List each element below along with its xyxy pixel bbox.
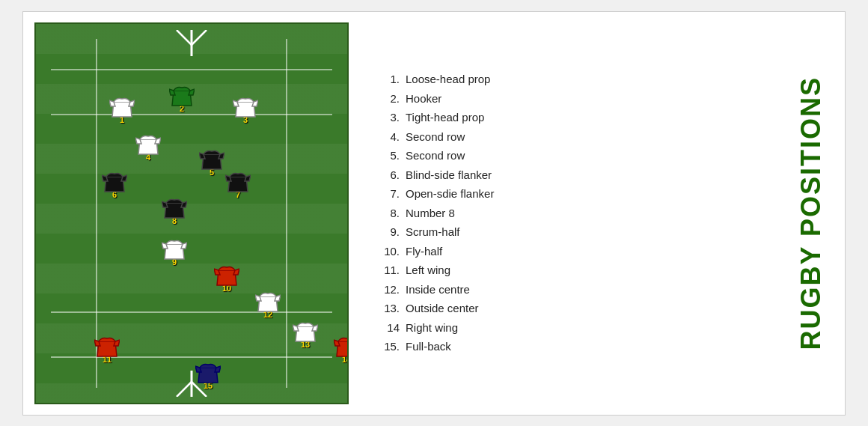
player-4: 4 [135,133,161,162]
player-shirt [169,85,195,107]
position-number: 5. [379,146,400,165]
field-line [51,311,332,313]
player-15: 15 [195,362,221,390]
position-item: 2.Hooker [379,89,759,109]
player-shirt [162,197,187,219]
position-item: 4.Second row [379,127,759,147]
player-shirt [102,171,127,193]
svg-marker-33 [217,270,236,285]
position-number: 15. [379,337,400,356]
svg-marker-39 [258,296,278,311]
field-line [51,69,332,70]
position-number: 4. [379,127,400,147]
position-item: 15.Full-back [379,337,759,356]
position-number: 9. [379,222,400,242]
field-line [51,114,332,115]
position-name: Hooker [406,89,441,109]
position-name: Blind-side flanker [406,165,492,185]
player-shirt [214,264,239,287]
position-name: Open-sdie flanker [406,184,494,204]
svg-line-1 [177,30,192,45]
player-3: 3 [233,96,258,124]
player-2: 2 [169,85,195,113]
position-name: Fly-half [406,242,442,261]
player-shirt [109,96,135,118]
player-shirt [255,290,281,313]
player-9: 9 [162,238,187,267]
svg-marker-48 [198,368,218,383]
position-number: 13. [379,299,400,318]
svg-line-4 [177,382,192,397]
position-name: Second row [406,127,465,147]
main-container: 1 2 3 4 [22,11,846,416]
svg-marker-15 [138,139,158,154]
player-6: 6 [102,171,127,199]
player-shirt [334,335,349,358]
position-item: 6.Blind-side flanker [379,165,759,185]
svg-marker-27 [165,203,184,218]
position-item: 13.Outside center [379,299,759,318]
position-number: 10. [379,242,400,261]
svg-marker-18 [202,154,221,169]
svg-marker-9 [172,91,192,106]
position-number: 1. [379,70,400,89]
player-12: 12 [255,290,281,319]
svg-marker-36 [97,341,117,356]
position-name: Inside centre [406,280,470,299]
position-item: 5.Second row [379,146,759,165]
svg-marker-6 [112,102,132,117]
position-name: Tight-head prop [406,108,484,127]
player-shirt [162,238,187,261]
player-14: 14 [334,335,349,364]
position-item: 3.Tight-head prop [379,108,759,127]
position-number: 6. [379,165,400,185]
position-name: Loose-head prop [406,70,490,89]
position-item: 14Right wing [379,318,759,338]
player-shirt [233,96,258,118]
player-shirt [199,148,224,171]
player-5: 5 [199,148,224,177]
player-13: 13 [293,320,318,349]
position-number: 11. [379,261,400,280]
position-name: Full-back [406,337,451,356]
position-item: 7.Open-sdie flanker [379,184,759,204]
position-number: 3. [379,108,400,127]
position-item: 8.Number 8 [379,204,759,223]
position-name: Second row [406,146,465,165]
player-shirt [225,171,251,193]
position-name: Number 8 [406,204,455,223]
svg-marker-12 [236,102,255,117]
position-item: 12.Inside centre [379,280,759,299]
svg-marker-42 [296,326,315,341]
position-name: Outside center [406,299,479,318]
position-name: Right wing [406,318,458,338]
position-number: 8. [379,204,400,223]
player-shirt [293,320,318,343]
goal-posts-top [169,30,214,67]
position-item: 9.Scrum-half [379,222,759,242]
player-shirt [195,362,221,384]
position-item: 1.Loose-head prop [379,70,759,89]
position-name: Scrum-half [406,222,460,242]
player-10: 10 [214,264,239,293]
position-number: 12. [379,280,400,299]
position-item: 10.Fly-half [379,242,759,261]
position-item: 11.Left wing [379,261,759,280]
rugby-positions-title: RUGBY POSITIONS [798,76,825,350]
positions-list: 1.Loose-head prop2.Hooker3.Tight-head pr… [379,70,759,356]
svg-marker-30 [165,244,184,259]
svg-marker-24 [228,177,248,192]
position-name: Left wing [406,261,450,280]
positions-list-section: 1.Loose-head prop2.Hooker3.Tight-head pr… [364,62,774,364]
title-section: RUGBY POSITIONS [789,76,834,350]
player-11: 11 [94,335,120,364]
svg-line-2 [192,30,207,45]
position-number: 14 [379,318,400,338]
svg-marker-21 [105,177,124,192]
field-line [286,39,287,388]
player-8: 8 [162,197,187,225]
rugby-field: 1 2 3 4 [34,22,349,404]
player-shirt [94,335,120,358]
position-number: 7. [379,184,400,204]
player-7: 7 [225,171,251,199]
